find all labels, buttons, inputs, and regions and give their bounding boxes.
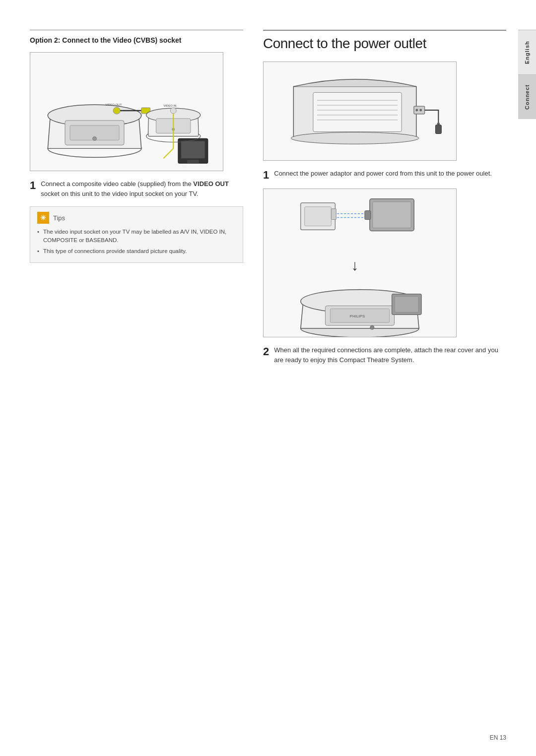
svg-point-5 (113, 107, 120, 114)
right-step1: 1 Connect the power adaptor and power co… (263, 169, 506, 181)
tips-label: Tips (53, 214, 65, 222)
svg-point-29 (415, 109, 418, 112)
tips-item-2: This type of connections provide standar… (37, 247, 236, 255)
svg-point-48 (370, 325, 374, 329)
sidebar-tab-english[interactable]: English (518, 30, 536, 74)
right-step2-text: When all the required connections are co… (274, 345, 506, 365)
power-top-svg (264, 62, 456, 160)
tips-icon: ✳ (37, 212, 49, 224)
main-content: Option 2: Connect to the Video (CVBS) so… (30, 30, 506, 373)
device-insert (301, 199, 414, 231)
tips-item-1: The video input socket on your TV may be… (37, 228, 236, 245)
unit-complete: PHILIPS (301, 290, 421, 337)
tips-box: ✳ Tips The video input socket on your TV… (30, 206, 243, 263)
svg-point-30 (419, 109, 422, 112)
svg-text:↓: ↓ (351, 257, 359, 273)
left-column: Option 2: Connect to the Video (CVBS) so… (30, 30, 243, 373)
tips-header: ✳ Tips (37, 212, 236, 224)
right-section-title: Connect to the power outlet (263, 30, 506, 52)
page-number: EN 13 (490, 734, 506, 741)
unit-left: VIDEO OUT (48, 103, 150, 157)
svg-rect-22 (313, 92, 402, 131)
power-bottom-svg: ↓ PHILIPS (264, 189, 456, 337)
svg-rect-50 (395, 297, 419, 313)
right-step2: 2 When all the required connections are … (263, 345, 506, 365)
svg-rect-11 (187, 160, 199, 163)
svg-rect-41 (331, 209, 336, 220)
power-diagram-top (263, 62, 457, 161)
svg-rect-35 (373, 202, 411, 228)
right-column: Connect to the power outlet (263, 30, 506, 373)
svg-point-21 (291, 132, 418, 144)
power-diagram-bottom: ↓ PHILIPS (263, 189, 457, 337)
sidebar: English Connect (518, 30, 536, 119)
page-footer: EN 13 (490, 734, 506, 741)
right-step1-text: Connect the power adaptor and power cord… (274, 169, 492, 179)
svg-rect-40 (305, 207, 332, 226)
svg-rect-10 (181, 141, 205, 159)
svg-text:VIDEO OUT: VIDEO OUT (105, 103, 122, 106)
svg-point-17 (170, 108, 176, 114)
cvbs-diagram-svg: VIDEO OUT TV (30, 53, 223, 171)
svg-rect-36 (365, 211, 371, 220)
left-step1-text: Connect a composite video cable (supplie… (41, 179, 243, 198)
left-step1: 1 Connect a composite video cable (suppl… (30, 179, 243, 198)
tips-list: The video input socket on your TV may be… (37, 228, 236, 255)
svg-text:PHILIPS: PHILIPS (350, 314, 365, 318)
left-section-title: Option 2: Connect to the Video (CVBS) so… (30, 30, 243, 44)
page: English Connect Option 2: Connect to the… (0, 0, 536, 756)
svg-rect-28 (414, 106, 425, 114)
unit-back-top (291, 79, 441, 144)
svg-text:VIDEO IN: VIDEO IN (163, 104, 176, 107)
cvbs-diagram: VIDEO OUT TV (30, 52, 223, 171)
svg-text:TV: TV (182, 165, 187, 168)
svg-line-20 (163, 148, 173, 158)
sidebar-tab-connect[interactable]: Connect (518, 74, 536, 119)
svg-point-4 (93, 137, 97, 141)
svg-rect-31 (435, 125, 441, 134)
